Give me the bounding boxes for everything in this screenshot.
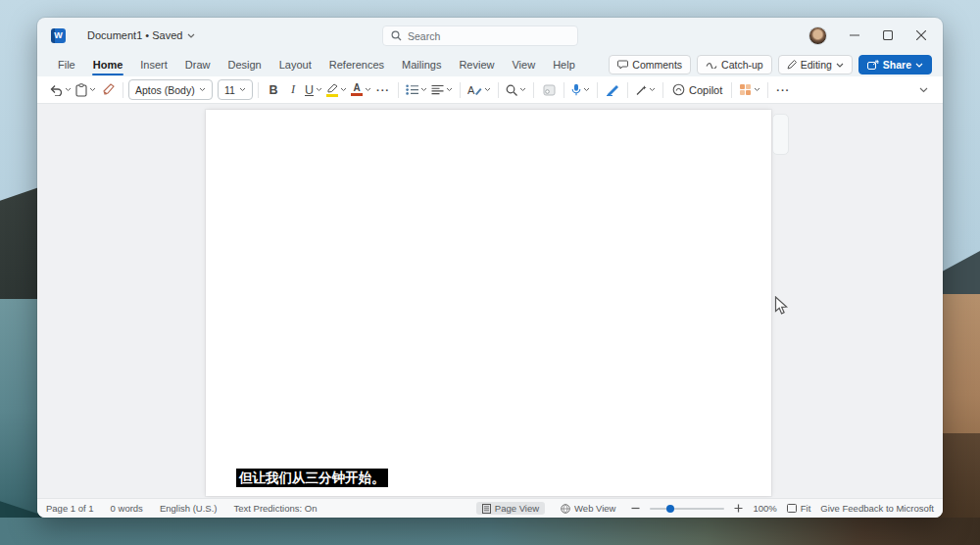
apps-button[interactable] bbox=[737, 79, 762, 101]
comment-icon bbox=[617, 60, 628, 70]
word-count[interactable]: 0 words bbox=[111, 503, 143, 514]
clipboard-icon bbox=[75, 83, 87, 97]
document-title[interactable]: Document1 • Saved bbox=[87, 29, 195, 41]
zoom-slider[interactable] bbox=[650, 508, 724, 510]
font-size-select[interactable]: 11 bbox=[218, 79, 253, 100]
chevron-down-icon bbox=[365, 87, 371, 92]
catchup-label: Catch-up bbox=[721, 59, 763, 71]
catchup-button[interactable]: Catch-up bbox=[697, 55, 772, 74]
zoom-level[interactable]: 100% bbox=[753, 503, 776, 514]
comments-button[interactable]: Comments bbox=[609, 55, 691, 74]
minimize-button[interactable] bbox=[839, 22, 870, 49]
web-view-button[interactable]: Web View bbox=[555, 502, 621, 515]
mouse-cursor bbox=[774, 296, 789, 317]
document-page[interactable] bbox=[206, 110, 771, 496]
align-button[interactable] bbox=[429, 79, 455, 101]
styles-button[interactable]: A bbox=[466, 79, 493, 101]
chevron-down-icon bbox=[919, 87, 928, 93]
italic-button[interactable]: I bbox=[283, 79, 303, 101]
format-painter-button[interactable] bbox=[98, 79, 118, 101]
editor-button[interactable] bbox=[603, 79, 622, 101]
video-subtitle: 但让我们从三分钟开始。 bbox=[236, 469, 388, 487]
tab-mailings[interactable]: Mailings bbox=[393, 53, 450, 76]
format-painter-icon bbox=[102, 83, 115, 96]
web-view-label: Web View bbox=[574, 503, 615, 514]
account-avatar[interactable] bbox=[808, 26, 827, 45]
collapse-ribbon-button[interactable] bbox=[913, 79, 933, 101]
language-indicator[interactable]: English (U.S.) bbox=[160, 503, 218, 514]
page-view-label: Page View bbox=[495, 503, 539, 514]
highlight-color-button[interactable] bbox=[324, 79, 349, 101]
tab-insert[interactable]: Insert bbox=[131, 53, 176, 76]
undo-icon bbox=[49, 84, 63, 96]
more-formatting-button[interactable]: ··· bbox=[373, 79, 393, 101]
font-color-icon: A bbox=[351, 83, 363, 96]
maximize-button[interactable] bbox=[872, 22, 904, 49]
bullet-list-button[interactable] bbox=[404, 79, 429, 101]
font-name-select[interactable]: Aptos (Body) bbox=[128, 79, 213, 100]
tab-help[interactable]: Help bbox=[544, 53, 584, 76]
document-title-label: Document1 • Saved bbox=[87, 29, 182, 41]
share-label: Share bbox=[883, 59, 911, 71]
chevron-down-icon bbox=[89, 87, 96, 92]
svg-text:A: A bbox=[467, 84, 475, 96]
tab-view[interactable]: View bbox=[503, 53, 544, 76]
styles-icon: A bbox=[467, 84, 482, 96]
wand-icon bbox=[635, 84, 647, 96]
dictate-button[interactable] bbox=[569, 79, 592, 101]
copilot-icon bbox=[672, 83, 685, 96]
chevron-down-icon bbox=[187, 33, 195, 38]
feedback-link[interactable]: Give Feedback to Microsoft bbox=[820, 503, 934, 514]
word-window: W Document1 • Saved Search File Home Ins… bbox=[37, 18, 943, 518]
scrollbar[interactable] bbox=[772, 114, 789, 155]
find-button[interactable] bbox=[504, 79, 528, 101]
fit-icon bbox=[787, 504, 797, 513]
tab-references[interactable]: References bbox=[320, 53, 393, 76]
chevron-down-icon bbox=[519, 87, 526, 92]
share-icon bbox=[867, 60, 879, 70]
copilot-button[interactable]: Copilot bbox=[668, 79, 726, 100]
chevron-down-icon bbox=[583, 87, 590, 92]
share-button[interactable]: Share bbox=[858, 55, 932, 74]
tab-draw[interactable]: Draw bbox=[176, 53, 220, 76]
editing-label: Editing bbox=[801, 59, 832, 71]
designer-button[interactable] bbox=[539, 79, 559, 101]
page-view-icon bbox=[482, 504, 491, 514]
chevron-down-icon bbox=[65, 87, 72, 92]
fit-button[interactable]: Fit bbox=[787, 503, 811, 514]
font-color-button[interactable]: A bbox=[349, 79, 373, 101]
search-input[interactable]: Search bbox=[382, 25, 578, 46]
word-app-icon: W bbox=[51, 28, 66, 43]
underline-label: U bbox=[305, 83, 314, 97]
tab-review[interactable]: Review bbox=[450, 53, 503, 76]
document-area: 但让我们从三分钟开始。 bbox=[37, 104, 943, 498]
ribbon-overflow-button[interactable]: ··· bbox=[773, 79, 793, 101]
undo-button[interactable] bbox=[47, 79, 74, 101]
tab-layout[interactable]: Layout bbox=[270, 53, 320, 76]
zoom-slider-thumb[interactable] bbox=[666, 505, 674, 513]
tab-file[interactable]: File bbox=[49, 53, 84, 76]
zoom-out-icon[interactable] bbox=[631, 504, 640, 513]
chevron-down-icon bbox=[316, 87, 322, 92]
underline-button[interactable]: U bbox=[303, 79, 324, 101]
chevron-down-icon bbox=[340, 87, 347, 92]
paste-button[interactable] bbox=[74, 79, 98, 101]
editing-mode-button[interactable]: Editing bbox=[778, 55, 853, 74]
tab-design[interactable]: Design bbox=[219, 53, 270, 76]
text-predictions[interactable]: Text Predictions: On bbox=[233, 503, 317, 514]
web-view-icon bbox=[561, 504, 570, 514]
page-view-button[interactable]: Page View bbox=[476, 502, 545, 515]
copilot-label: Copilot bbox=[689, 84, 722, 96]
bold-button[interactable]: B bbox=[264, 79, 283, 101]
chevron-down-icon bbox=[446, 87, 453, 92]
status-bar: Page 1 of 1 0 words English (U.S.) Text … bbox=[37, 498, 943, 518]
add-ins-button[interactable] bbox=[633, 79, 658, 101]
page-indicator[interactable]: Page 1 of 1 bbox=[46, 503, 94, 514]
font-name-value: Aptos (Body) bbox=[135, 84, 195, 96]
close-button[interactable] bbox=[906, 22, 937, 49]
ribbon-tabs: File Home Insert Draw Design Layout Refe… bbox=[37, 53, 943, 76]
zoom-in-icon[interactable] bbox=[734, 504, 743, 513]
chevron-down-icon bbox=[836, 63, 844, 68]
search-icon bbox=[506, 84, 517, 96]
tab-home[interactable]: Home bbox=[84, 53, 132, 76]
